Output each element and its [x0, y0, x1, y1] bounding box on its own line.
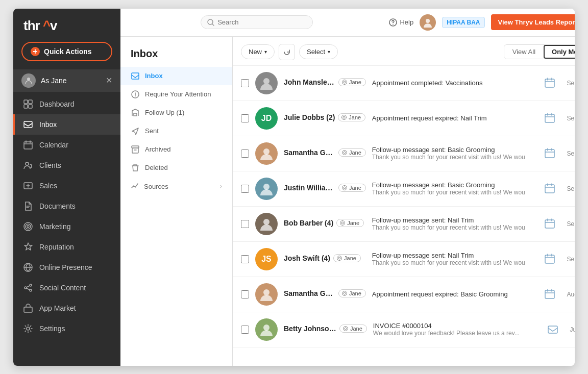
main-area: Help HIPAA BAA View Thryv Leads Report I… [120, 9, 575, 366]
sidebar-item-dashboard[interactable]: Dashboard [13, 94, 120, 114]
message-subject-col: Follow-up message sent: Nail Trim Thank … [372, 252, 536, 266]
message-row[interactable]: JS Josh Swift (4) Jane Follow- [233, 242, 575, 277]
panel-item-sources[interactable]: Sources › [120, 177, 232, 196]
search-area [131, 15, 383, 29]
jane-tag: Jane [338, 78, 366, 86]
message-type-icon [543, 287, 557, 302]
message-subject-col: Follow-up message sent: Nail Trim Thank … [372, 216, 536, 231]
close-icon[interactable]: ✕ [106, 76, 112, 85]
svg-point-41 [344, 187, 346, 189]
new-button[interactable]: New ▾ [241, 44, 275, 59]
svg-point-21 [426, 19, 430, 23]
plus-icon: + [31, 47, 40, 56]
sidebar-item-clients[interactable]: Clients [13, 155, 120, 176]
message-subject-col: Appointment completed: Vaccinations [372, 79, 536, 87]
message-checkbox[interactable] [241, 185, 249, 193]
message-row[interactable]: Samantha Good... Jane Appointment reques… [233, 277, 575, 312]
panel-item-deleted[interactable]: Deleted [120, 159, 232, 177]
sidebar-item-label: Calendar [39, 141, 68, 149]
user-avatar[interactable] [420, 14, 436, 31]
message-row[interactable]: JD Julie Dobbs (2) Jane Appoin [233, 101, 575, 136]
sidebar-item-settings[interactable]: Settings [13, 318, 120, 339]
message-checkbox[interactable] [241, 255, 249, 263]
svg-point-20 [393, 24, 394, 25]
leads-report-button[interactable]: View Thryv Leads Report [491, 14, 575, 30]
content-area: Inbox Inbox Require Your Attention [120, 37, 575, 366]
help-button[interactable]: Help [389, 18, 413, 27]
panel-item-label: Sent [145, 127, 159, 135]
view-all-button[interactable]: View All [504, 45, 544, 59]
svg-rect-34 [545, 114, 554, 122]
message-date: Sep 02 [567, 220, 575, 228]
svg-point-30 [344, 81, 346, 83]
avatar [255, 213, 278, 235]
avatar [255, 318, 278, 341]
sidebar-item-social-content[interactable]: Social Content [13, 278, 120, 298]
svg-point-52 [344, 292, 346, 294]
message-checkbox[interactable] [241, 79, 249, 87]
panel-item-label: Archived [145, 145, 171, 153]
nav-items: Dashboard Inbox Calendar C [13, 94, 120, 366]
as-jane-label: As Jane [41, 77, 67, 85]
inbox-controls: New ▾ Select ▾ View All [233, 37, 575, 66]
panel-item-require-attention[interactable]: Require Your Attention [120, 85, 232, 104]
svg-point-47 [337, 256, 342, 260]
message-checkbox[interactable] [241, 290, 249, 298]
only-me-button[interactable]: Only Me [544, 45, 575, 59]
message-type-icon [543, 76, 557, 90]
svg-point-28 [263, 78, 270, 84]
message-row[interactable]: John Mansley (11... Jane Appointment com… [233, 66, 575, 101]
message-row[interactable]: Betty Johnson (4) Jane INVOICE #0000104 … [233, 312, 575, 347]
message-row[interactable]: Bob Barber (4) Jane Follow-up message se… [233, 207, 575, 242]
sidebar-item-marketing[interactable]: Marketing [13, 216, 120, 237]
avatar [255, 142, 278, 165]
message-date: Jul 10 [570, 326, 575, 333]
panel-item-label: Deleted [145, 164, 168, 171]
message-checkbox[interactable] [241, 114, 249, 122]
panel-title: Inbox [120, 43, 232, 67]
sidebar-item-documents[interactable]: Documents [13, 196, 120, 216]
svg-point-56 [345, 328, 347, 330]
sidebar-item-reputation[interactable]: Reputation [13, 237, 120, 257]
quick-actions-button[interactable]: + Quick Actions [21, 42, 112, 61]
avatar: JD [255, 107, 278, 130]
svg-rect-46 [545, 220, 554, 228]
message-subject: Appointment request expired: Basic Groom… [372, 290, 532, 298]
refresh-button[interactable] [279, 44, 295, 60]
svg-point-55 [344, 326, 348, 331]
message-subject: Appointment completed: Vaccinations [372, 79, 532, 87]
attention-icon [131, 90, 140, 99]
svg-point-11 [27, 226, 29, 228]
jane-tag: Jane [338, 289, 366, 297]
panel-item-inbox[interactable]: Inbox [120, 67, 232, 85]
sidebar-item-online-presence[interactable]: Online Presence [13, 257, 120, 278]
svg-point-48 [338, 257, 340, 259]
message-date: Sep 26 [567, 80, 575, 87]
svg-point-51 [342, 291, 347, 295]
sidebar-item-label: Documents [39, 202, 76, 210]
panel-item-follow-up[interactable]: Follow Up (1) [120, 104, 232, 122]
message-checkbox[interactable] [241, 220, 249, 228]
sidebar-item-app-market[interactable]: App Market [13, 298, 120, 318]
sidebar-item-sales[interactable]: Sales [13, 176, 120, 196]
search-box[interactable] [201, 15, 313, 29]
message-checkbox[interactable] [241, 326, 249, 334]
panel-item-sent[interactable]: Sent [120, 122, 232, 140]
sidebar-item-inbox[interactable]: Inbox [13, 114, 120, 135]
message-row[interactable]: Samantha Good... Jane Follow-up message … [233, 136, 575, 171]
message-row[interactable]: Justin Williams (5) Jane Follow-up messa… [233, 171, 575, 207]
panel-item-label: Require Your Attention [145, 90, 211, 98]
panel-item-archived[interactable]: Archived [120, 140, 232, 159]
svg-rect-3 [24, 105, 28, 108]
message-checkbox[interactable] [241, 149, 249, 158]
message-type-icon [543, 252, 557, 266]
message-subject: Appointment request expired: Nail Trim [372, 114, 532, 122]
user-icon [21, 73, 36, 88]
select-button[interactable]: Select ▾ [299, 44, 338, 59]
sidebar-item-calendar[interactable]: Calendar [13, 135, 120, 155]
svg-rect-25 [134, 113, 137, 116]
search-input[interactable] [217, 18, 294, 26]
message-info: Bob Barber (4) Jane [284, 219, 366, 229]
message-sender: Betty Johnson (4) [284, 325, 336, 333]
message-info: Justin Williams (5) Jane [284, 184, 366, 194]
